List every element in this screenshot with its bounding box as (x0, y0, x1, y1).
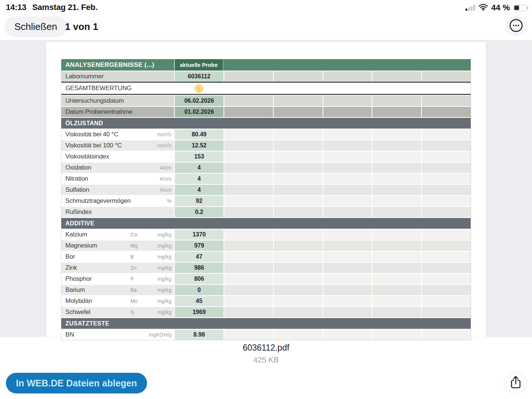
empty-cell (372, 307, 421, 317)
empty-cell (421, 296, 471, 306)
row-label-cell: Viskosität bei 100 °Cmm²/s (61, 140, 174, 151)
row-label: Viskosität bei 100 °C (65, 142, 122, 149)
table-row: Viskositätsindex-153 (61, 151, 471, 162)
empty-cell (372, 274, 421, 284)
empty-cell (224, 241, 273, 251)
row-label-cell: Rußindex- (61, 207, 174, 217)
empty-cell (421, 263, 471, 273)
empty-cell (224, 263, 273, 273)
row-value-cell: 12.52 (174, 140, 224, 151)
share-button[interactable] (505, 372, 527, 394)
empty-cell (224, 129, 273, 140)
more-options-button[interactable] (505, 16, 526, 37)
row-value-cell: 1370 (174, 229, 224, 240)
empty-cell (224, 274, 273, 284)
row-value-cell: 6036112 (174, 71, 224, 82)
empty-cell (224, 229, 273, 240)
empty-cell (224, 96, 273, 106)
table-row: Untersuchungsdatum06.02.2026 (61, 95, 471, 106)
row-label: Labornummer (65, 73, 104, 80)
element-symbol: B (130, 254, 134, 260)
row-label-cell: GESAMTBEWERTUNG (61, 83, 174, 94)
status-bar: 14:13 Samstag 21. Feb. 44 % (0, 0, 532, 15)
empty-cell (372, 129, 421, 140)
table-title: ANALYSENERGEBNISSE (...) (61, 59, 174, 71)
row-label: Sulfation (65, 186, 89, 194)
row-value-cell: 0 (174, 285, 224, 295)
empty-cell (273, 274, 323, 284)
empty-cell (323, 107, 372, 117)
table-row: ZinkZnmg/kg986 (61, 262, 471, 273)
page-indicator: 1 von 1 (65, 15, 98, 38)
table-row: SchwefelSmg/kg1969 (61, 306, 471, 317)
close-button[interactable]: Schließen (4, 16, 67, 37)
empty-cell (273, 241, 323, 251)
row-value-cell: 4 (174, 174, 224, 184)
table-row: Rußindex-0.2 (61, 206, 471, 217)
empty-cell (421, 174, 471, 184)
unit-label: mg/kg (157, 265, 171, 271)
save-to-webde-button[interactable]: In WEB.DE Dateien ablegen (6, 373, 147, 393)
empty-cell (421, 285, 471, 295)
empty-cell (421, 274, 471, 284)
element-symbol: Ca (130, 232, 137, 238)
empty-cell (323, 163, 372, 173)
file-meta: 6036112.pdf 425 KB (0, 337, 532, 364)
element-symbol: Mo (130, 298, 137, 304)
empty-cell (323, 140, 372, 151)
unit-label: % (167, 198, 171, 204)
unit-label: mg/kg (157, 232, 171, 238)
row-label-cell: BariumBamg/kg (61, 285, 174, 295)
empty-cell (323, 296, 372, 306)
empty-cell (323, 285, 372, 295)
table-header-row: ANALYSENERGEBNISSE (...) aktuelle Probe (61, 59, 471, 71)
empty-cell (224, 107, 273, 117)
preview-toolbar: Schließen 1 von 1 (0, 15, 532, 40)
row-label-cell: MagnesiumMgmg/kg (61, 241, 174, 251)
empty-cell (323, 241, 372, 251)
empty-cell (421, 241, 471, 251)
unit-label: - (170, 209, 171, 215)
row-label: Molybdän (65, 297, 92, 305)
empty-cell (372, 83, 421, 94)
empty-cell (421, 229, 471, 240)
pdf-viewer[interactable]: ANALYSENERGEBNISSE (...) aktuelle Probe … (0, 40, 532, 337)
unit-label: A/cm (160, 176, 171, 182)
empty-cell (323, 196, 372, 206)
row-value-cell: 06.02.2026 (174, 96, 224, 106)
empty-cell (421, 185, 471, 195)
row-label: Bor (65, 253, 75, 260)
empty-cell (323, 263, 372, 273)
empty-cell (224, 140, 273, 151)
info-icon[interactable]: i (195, 84, 203, 93)
empty-cell (224, 151, 273, 162)
row-label-cell: PhosphorPmg/kg (61, 274, 174, 284)
analysis-table: ANALYSENERGEBNISSE (...) aktuelle Probe … (61, 59, 471, 340)
empty-cell (273, 174, 323, 184)
table-row: MolybdänMomg/kg45 (61, 295, 471, 306)
empty-cell (323, 129, 372, 140)
row-label: Untersuchungsdatum (65, 97, 124, 105)
table-row: GESAMTBEWERTUNGi (61, 83, 471, 94)
cellular-signal-icon (466, 5, 475, 11)
empty-cell (224, 71, 273, 82)
row-value-cell: 979 (174, 241, 224, 251)
empty-cell (323, 174, 372, 184)
empty-cell (372, 140, 421, 151)
table-row: Viskosität bei 100 °Cmm²/s12.52 (61, 140, 471, 151)
row-label-cell: SchwefelSmg/kg (61, 307, 174, 317)
empty-cell (323, 229, 372, 240)
row-value-cell: i (174, 83, 224, 94)
empty-cell (273, 296, 323, 306)
empty-cell (372, 252, 421, 262)
empty-cell (224, 83, 273, 94)
empty-cell (372, 229, 421, 240)
empty-cell (372, 163, 421, 173)
row-label-cell: NitrationA/cm (61, 174, 174, 184)
row-value-cell: 4 (174, 163, 224, 173)
row-label-cell: Untersuchungsdatum (61, 96, 174, 106)
empty-cell (273, 196, 323, 206)
row-label: Oxidation (65, 164, 91, 171)
unit-label: mg/kg (157, 254, 171, 260)
empty-cell (273, 140, 323, 151)
